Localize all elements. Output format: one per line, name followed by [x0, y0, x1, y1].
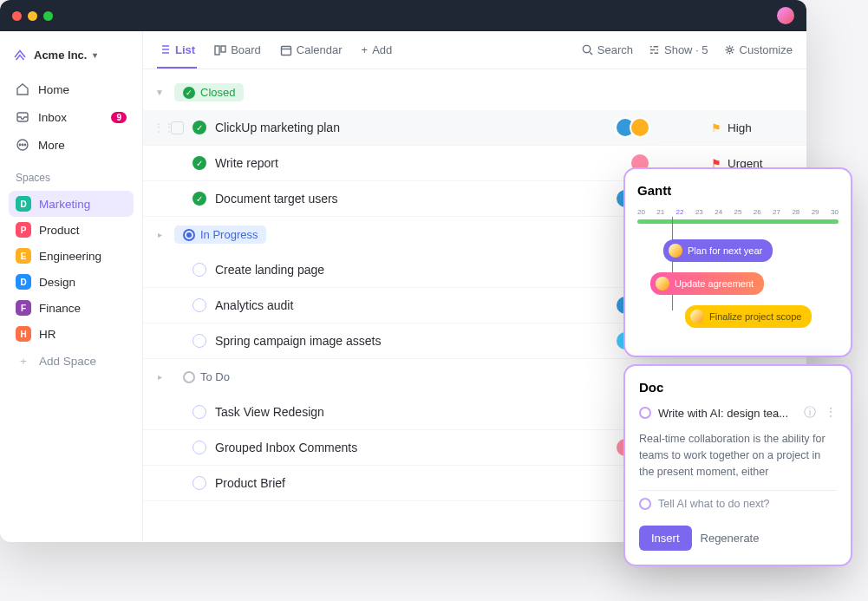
- space-name: Marketing: [39, 198, 90, 211]
- avatar: [656, 277, 669, 291]
- view-tab-calendar[interactable]: Calendar: [278, 33, 344, 67]
- space-item-marketing[interactable]: DMarketing: [9, 191, 134, 217]
- gantt-track: [637, 219, 839, 224]
- task-status-open-icon[interactable]: [193, 334, 206, 348]
- assignee-avatar[interactable]: [630, 117, 650, 138]
- task-status-open-icon[interactable]: [193, 263, 206, 277]
- group-header-closed[interactable]: ▼✓Closed: [143, 75, 806, 110]
- nav-home[interactable]: Home: [9, 76, 134, 102]
- task-title: Create landing page: [215, 263, 621, 277]
- add-view-button[interactable]: + Add: [360, 33, 395, 67]
- drag-handle-icon[interactable]: ⋮⋮: [153, 121, 162, 134]
- gear-icon: [724, 44, 735, 56]
- svg-point-3: [22, 144, 23, 145]
- space-item-engineering[interactable]: EEngineering: [9, 243, 134, 269]
- insert-button[interactable]: Insert: [639, 526, 692, 551]
- gantt-date: 23: [695, 208, 703, 216]
- status-pill: ✓Closed: [174, 83, 244, 101]
- task-title: Grouped Inbox Comments: [215, 441, 606, 454]
- doc-ai-title-row: Write with AI: design tea... ⓘ ⋮: [639, 405, 837, 421]
- sidebar: Acme Inc. ▾ Home Inbox 9 More Spaces DMa…: [0, 31, 143, 542]
- space-name: HR: [39, 328, 56, 341]
- gantt-bar[interactable]: Plan for next year: [663, 239, 773, 262]
- space-name: Design: [39, 276, 75, 289]
- close-window-icon[interactable]: [12, 11, 22, 21]
- task-title: Spring campaign image assets: [215, 334, 606, 348]
- task-status-open-icon[interactable]: [193, 405, 206, 419]
- nav-inbox[interactable]: Inbox 9: [9, 104, 134, 130]
- gantt-date: 24: [715, 208, 722, 216]
- svg-rect-5: [215, 46, 219, 55]
- minimize-window-icon[interactable]: [28, 11, 37, 21]
- status-pill: In Progress: [174, 225, 266, 244]
- collapse-toggle-icon[interactable]: ▸: [153, 372, 166, 382]
- window-controls: [12, 11, 53, 21]
- space-item-product[interactable]: PProduct: [9, 217, 134, 243]
- svg-point-8: [583, 45, 590, 52]
- search-button[interactable]: Search: [582, 43, 633, 56]
- plus-icon: +: [16, 355, 31, 368]
- gantt-bar[interactable]: Finalize project scope: [685, 305, 812, 328]
- space-name: Product: [39, 224, 80, 237]
- gantt-date: 27: [773, 208, 780, 216]
- more-vertical-icon[interactable]: ⋮: [825, 405, 837, 421]
- nav-more[interactable]: More: [9, 132, 134, 158]
- space-badge-icon: E: [16, 248, 31, 264]
- inbox-badge: 9: [111, 112, 127, 123]
- gantt-date: 25: [734, 208, 741, 216]
- ai-spark-icon: [639, 498, 651, 510]
- collapse-toggle-icon[interactable]: ▸: [153, 230, 166, 239]
- gantt-popup: Gantt 2021222324252627282930 Plan for ne…: [625, 169, 851, 356]
- space-item-finance[interactable]: FFinance: [9, 295, 134, 321]
- task-status-closed-icon[interactable]: ✓: [193, 121, 206, 134]
- flag-icon: ⚑: [711, 157, 721, 170]
- gantt-title: Gantt: [637, 183, 839, 198]
- flag-icon: ⚑: [711, 121, 721, 134]
- workspace-switcher[interactable]: Acme Inc. ▾: [9, 42, 134, 68]
- task-status-closed-icon[interactable]: ✓: [193, 156, 206, 170]
- space-name: Engineering: [39, 250, 101, 263]
- task-status-closed-icon[interactable]: ✓: [193, 192, 206, 206]
- plus-icon: +: [362, 43, 369, 56]
- avatar: [669, 244, 682, 258]
- add-space-button[interactable]: + Add Space: [9, 349, 134, 374]
- svg-point-4: [24, 144, 25, 145]
- profile-avatar[interactable]: [777, 7, 794, 24]
- task-status-open-icon[interactable]: [193, 476, 206, 490]
- board-icon: [214, 44, 226, 56]
- space-item-hr[interactable]: HHR: [9, 321, 134, 347]
- collapse-toggle-icon[interactable]: ▼: [153, 88, 166, 97]
- svg-rect-6: [221, 46, 225, 52]
- svg-point-2: [19, 144, 20, 145]
- customize-button[interactable]: Customize: [724, 43, 793, 56]
- task-status-open-icon[interactable]: [193, 298, 206, 312]
- doc-title: Doc: [639, 380, 837, 395]
- regenerate-button[interactable]: Regenerate: [701, 526, 760, 551]
- toolbar: List Board Calendar + Add Search: [143, 31, 806, 69]
- show-button[interactable]: Show · 5: [649, 43, 708, 56]
- nav-label: Inbox: [38, 111, 67, 124]
- avatar: [690, 310, 704, 323]
- view-tab-board[interactable]: Board: [212, 33, 263, 67]
- task-status-open-icon[interactable]: [193, 441, 206, 454]
- gantt-bar[interactable]: Update agreement: [650, 272, 764, 295]
- view-tab-list[interactable]: List: [157, 33, 197, 69]
- space-badge-icon: D: [16, 196, 31, 212]
- maximize-window-icon[interactable]: [43, 11, 53, 21]
- gantt-date: 29: [812, 208, 819, 216]
- space-item-design[interactable]: DDesign: [9, 269, 134, 295]
- task-title: Product Brief: [215, 476, 621, 490]
- checkbox[interactable]: [171, 121, 184, 134]
- gantt-date: 28: [792, 208, 799, 216]
- assignee-list: [615, 117, 650, 138]
- priority-cell[interactable]: ⚑Urgent: [711, 157, 789, 170]
- task-title: ClickUp marketing plan: [215, 121, 606, 134]
- doc-ai-prompt[interactable]: Tell AI what to do next?: [639, 490, 837, 517]
- task-title: Task View Redesign: [215, 405, 621, 419]
- gantt-date: 30: [831, 208, 839, 216]
- priority-cell[interactable]: ⚑High: [711, 121, 789, 134]
- filter-icon: [649, 44, 660, 56]
- task-row[interactable]: ⋮⋮✓ClickUp marketing plan⚑High: [143, 110, 806, 146]
- info-icon[interactable]: ⓘ: [804, 405, 816, 421]
- doc-ai-title: Write with AI: design tea...: [658, 407, 788, 420]
